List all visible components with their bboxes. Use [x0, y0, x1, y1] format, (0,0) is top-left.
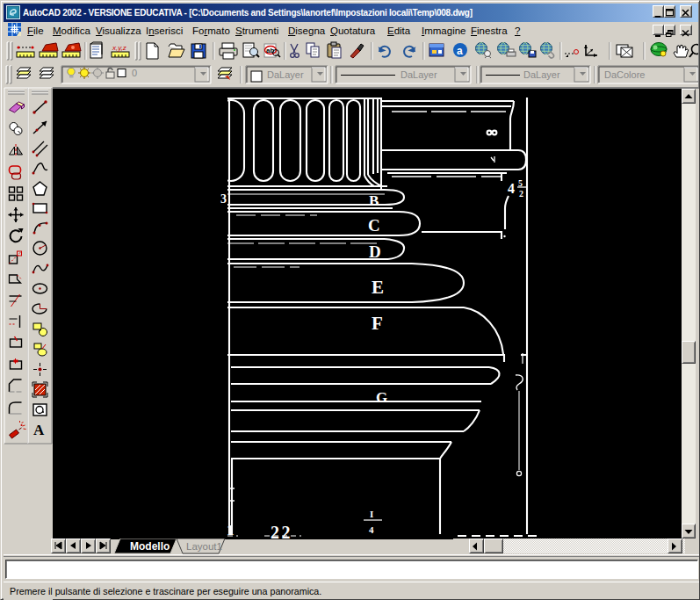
svg-text:x,y,z: x,y,z	[112, 44, 126, 52]
svg-text:4: 4	[369, 524, 374, 535]
svg-text:a: a	[457, 45, 463, 57]
svg-text:DaLayer: DaLayer	[267, 69, 304, 80]
svg-text:DaColore: DaColore	[604, 69, 645, 80]
svg-text:I: I	[370, 509, 373, 519]
svg-text:0: 0	[132, 68, 137, 78]
svg-text:DaLayer: DaLayer	[523, 69, 560, 80]
svg-text:2: 2	[519, 189, 523, 199]
svg-text:D: D	[369, 242, 381, 261]
svg-text:F: F	[372, 313, 383, 334]
svg-text:A: A	[33, 422, 45, 438]
svg-text:5: 5	[518, 178, 523, 188]
svg-text:22: 22	[271, 523, 292, 539]
svg-text:Modello: Modello	[130, 540, 170, 553]
svg-text:G: G	[376, 389, 387, 406]
svg-text:4: 4	[508, 181, 515, 196]
svg-text:3: 3	[220, 192, 227, 206]
svg-text:Layout1: Layout1	[186, 541, 222, 552]
svg-text:B: B	[369, 192, 379, 209]
svg-text:E: E	[372, 277, 384, 298]
svg-text:1: 1	[227, 522, 235, 539]
svg-text:C: C	[368, 216, 380, 235]
svg-text:DaLayer: DaLayer	[401, 69, 437, 80]
